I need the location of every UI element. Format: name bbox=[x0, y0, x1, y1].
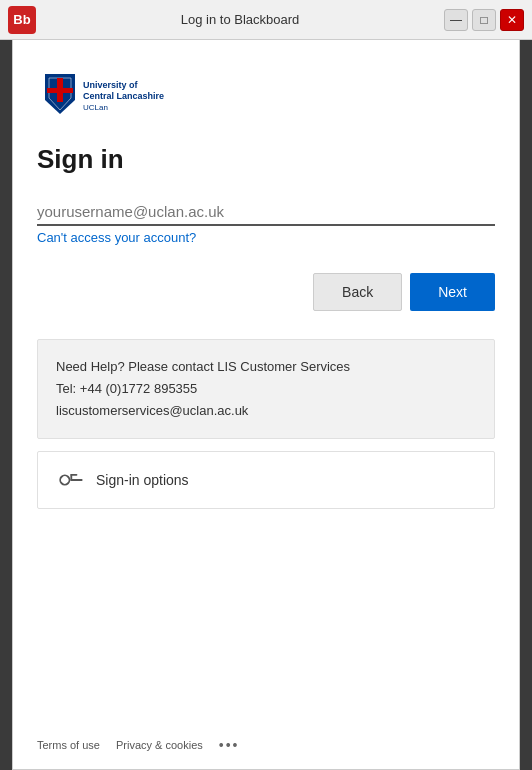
key-icon bbox=[50, 460, 90, 500]
bb-logo-icon: Bb bbox=[8, 6, 36, 34]
svg-line-8 bbox=[71, 475, 81, 485]
terms-link[interactable]: Terms of use bbox=[37, 739, 100, 751]
more-options-icon[interactable]: ••• bbox=[219, 737, 240, 753]
content-area: University of Central Lancashire UCLan S… bbox=[37, 70, 495, 769]
svg-text:University of: University of bbox=[83, 80, 139, 90]
back-button[interactable]: Back bbox=[313, 273, 402, 311]
sign-in-heading: Sign in bbox=[37, 144, 124, 175]
window-title: Log in to Blackboard bbox=[36, 12, 444, 27]
help-box: Need Help? Please contact LIS Customer S… bbox=[37, 339, 495, 439]
help-line-1: Need Help? Please contact LIS Customer S… bbox=[56, 356, 476, 378]
app-logo-area: Bb bbox=[8, 6, 36, 34]
minimize-button[interactable]: — bbox=[444, 9, 468, 31]
svg-text:UCLan: UCLan bbox=[83, 103, 108, 112]
privacy-link[interactable]: Privacy & cookies bbox=[116, 739, 203, 751]
title-bar: Bb Log in to Blackboard — □ ✕ bbox=[0, 0, 532, 40]
svg-point-7 bbox=[58, 474, 71, 487]
button-row: Back Next bbox=[37, 273, 495, 311]
main-window: University of Central Lancashire UCLan S… bbox=[12, 40, 520, 770]
svg-text:Central Lancashire: Central Lancashire bbox=[83, 91, 164, 101]
window-controls: — □ ✕ bbox=[444, 9, 524, 31]
footer-bar: Terms of use Privacy & cookies ••• bbox=[37, 725, 495, 769]
cant-access-link[interactable]: Can't access your account? bbox=[37, 230, 196, 245]
email-input[interactable] bbox=[37, 199, 495, 224]
help-line-2: Tel: +44 (0)1772 895355 bbox=[56, 378, 476, 400]
signin-options-button[interactable]: Sign-in options bbox=[37, 451, 495, 509]
close-button[interactable]: ✕ bbox=[500, 9, 524, 31]
next-button[interactable]: Next bbox=[410, 273, 495, 311]
signin-options-label: Sign-in options bbox=[96, 472, 189, 488]
maximize-button[interactable]: □ bbox=[472, 9, 496, 31]
help-line-3: liscustomerservices@uclan.ac.uk bbox=[56, 400, 476, 422]
university-logo: University of Central Lancashire UCLan bbox=[37, 70, 167, 124]
email-input-wrapper[interactable] bbox=[37, 199, 495, 226]
svg-rect-3 bbox=[47, 88, 73, 93]
